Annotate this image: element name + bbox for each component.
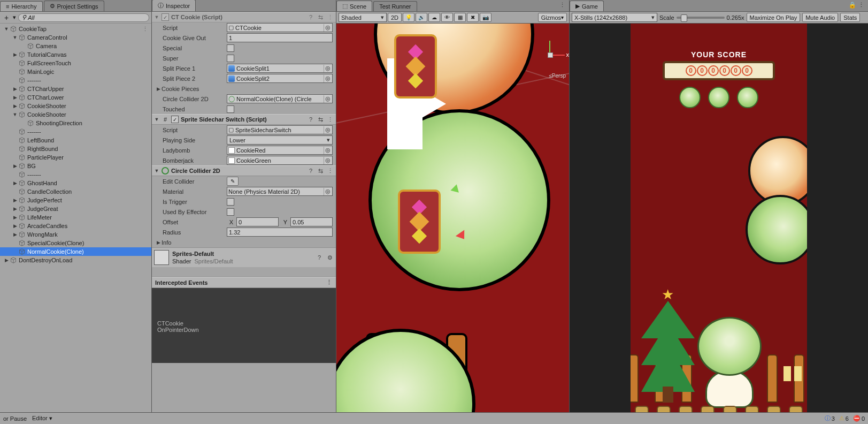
gear-icon[interactable]: ⚙: [326, 254, 334, 261]
create-button[interactable]: +: [2, 13, 11, 22]
foldout-icon[interactable]: ▶: [12, 52, 18, 57]
object-picker-icon[interactable]: ◎: [324, 65, 331, 72]
script-field[interactable]: ▢CTCookie◎: [227, 23, 333, 32]
material-header[interactable]: Sprites-Default Shader Sprites/Default ?…: [152, 247, 336, 267]
cookie-give-out-field[interactable]: 1: [227, 33, 333, 42]
offset-x-field[interactable]: 0: [236, 217, 279, 226]
foldout-icon[interactable]: ▶: [12, 163, 18, 169]
editor-dropdown[interactable]: Editor ▾: [32, 415, 52, 422]
object-picker-icon[interactable]: ◎: [324, 95, 331, 103]
foldout-icon[interactable]: ▶: [12, 103, 18, 109]
scene-viewport[interactable]: x ≤Persp: [336, 24, 569, 424]
foldout-icon[interactable]: ▶: [12, 95, 18, 100]
used-by-effector-checkbox[interactable]: [227, 208, 234, 216]
stats-toggle[interactable]: Stats: [840, 13, 860, 22]
foldout-icon[interactable]: ▶: [12, 232, 18, 237]
test-runner-tab[interactable]: Test Runner: [373, 1, 417, 11]
hierarchy-item[interactable]: ▶CookieShooter: [0, 102, 151, 110]
hierarchy-item[interactable]: LeftBound: [0, 136, 151, 145]
hierarchy-item[interactable]: ShootingDirection: [0, 119, 151, 127]
foldout-icon[interactable]: ▶: [12, 180, 18, 186]
offset-y-field[interactable]: 0.05: [290, 217, 333, 226]
hierarchy-item[interactable]: ParticlePlayer: [0, 153, 151, 162]
foldout-icon[interactable]: ▶: [155, 86, 162, 92]
super-checkbox[interactable]: [227, 55, 234, 62]
hierarchy-item[interactable]: ▶JudgeGreat: [0, 205, 151, 213]
preset-icon[interactable]: ⇆: [317, 168, 324, 175]
2d-toggle[interactable]: 2D: [388, 13, 402, 22]
preset-icon[interactable]: ⇆: [317, 14, 324, 21]
hierarchy-item[interactable]: ▼CameraControl: [0, 33, 151, 42]
panel-menu-icon[interactable]: ⋮: [857, 2, 865, 9]
hierarchy-item[interactable]: RightBound: [0, 145, 151, 153]
help-icon[interactable]: ?: [307, 14, 314, 20]
hierarchy-search-input[interactable]: ⚲ All: [18, 13, 149, 22]
foldout-icon[interactable]: ▼: [3, 26, 10, 32]
help-icon[interactable]: ?: [316, 254, 323, 261]
preset-icon[interactable]: ⇆: [317, 116, 324, 123]
foldout-icon[interactable]: ▼: [12, 112, 18, 117]
foldout-icon[interactable]: ▶: [12, 86, 18, 92]
game-viewport[interactable]: YOUR SCORE 000000 ★: [570, 24, 868, 424]
foldout-icon[interactable]: ▼: [154, 168, 159, 173]
hierarchy-item[interactable]: MainLogic: [0, 67, 151, 76]
draw-mode-dropdown[interactable]: Shaded: [339, 13, 387, 22]
hierarchy-item[interactable]: ▶CTCharUpper: [0, 85, 151, 93]
object-picker-icon[interactable]: ◎: [324, 24, 331, 32]
hierarchy-tab[interactable]: ≡ Hierarchy: [0, 1, 43, 11]
foldout-icon[interactable]: ▼: [154, 117, 159, 122]
object-picker-icon[interactable]: ◎: [324, 75, 331, 82]
warning-count[interactable]: ⚠6: [839, 415, 849, 422]
component-menu-icon[interactable]: ⋮: [326, 116, 334, 123]
playing-side-dropdown[interactable]: Lower: [227, 135, 333, 145]
help-icon[interactable]: ?: [307, 116, 314, 123]
lock-icon[interactable]: 🔒: [849, 2, 856, 9]
bomberjack-field[interactable]: CookieGreen◎: [227, 156, 333, 165]
game-tab[interactable]: ▶Game: [570, 1, 604, 11]
hierarchy-item[interactable]: SpecialCookie(Clone): [0, 239, 151, 247]
intercepted-events-header[interactable]: Intercepted Events ⋮: [152, 277, 336, 288]
radius-field[interactable]: 1.32: [227, 228, 333, 237]
maximize-on-play-toggle[interactable]: Maximize On Play: [747, 13, 801, 22]
mute-audio-toggle[interactable]: Mute Audio: [802, 13, 838, 22]
hierarchy-item[interactable]: ▶LifeMeter: [0, 213, 151, 222]
hierarchy-item[interactable]: ▶WrongMark: [0, 230, 151, 239]
hierarchy-item[interactable]: -------: [0, 76, 151, 85]
resolution-dropdown[interactable]: X-Stills (1242x2688): [572, 13, 657, 22]
projection-label[interactable]: ≤Persp: [549, 73, 566, 79]
hierarchy-item[interactable]: -------: [0, 127, 151, 136]
fx-toggle[interactable]: ☁: [428, 13, 440, 22]
object-picker-icon[interactable]: ◎: [324, 157, 331, 164]
touched-checkbox[interactable]: [227, 105, 234, 113]
hierarchy-item[interactable]: ▶TutorialCanvas: [0, 50, 151, 59]
hierarchy-item[interactable]: ▶DontDestroyOnLoad: [0, 256, 151, 264]
scene-tab[interactable]: ⬚Scene: [336, 1, 372, 11]
hierarchy-item[interactable]: CandleCollection: [0, 187, 151, 196]
error-count[interactable]: ⛔0: [853, 415, 865, 422]
foldout-icon[interactable]: ▼: [12, 35, 18, 40]
hierarchy-item[interactable]: ▼CookieShooter: [0, 110, 151, 119]
object-picker-icon[interactable]: ◎: [324, 147, 331, 154]
special-checkbox[interactable]: [227, 44, 234, 52]
circle-collider-ref-field[interactable]: ◯NormalCookie(Clone) (Circle◎: [227, 94, 333, 103]
gizmos-dropdown[interactable]: Gizmos ▾: [538, 13, 567, 22]
hierarchy-item[interactable]: ▶JudgePerfect: [0, 196, 151, 205]
foldout-icon[interactable]: ▶: [12, 215, 18, 220]
ladybomb-field[interactable]: CookieRed◎: [227, 146, 333, 155]
hierarchy-item[interactable]: NormalCookie(Clone): [0, 247, 151, 256]
pause-label[interactable]: or Pause: [3, 415, 27, 422]
object-picker-icon[interactable]: ◎: [324, 188, 331, 195]
panel-menu-icon[interactable]: ⋮: [325, 279, 333, 286]
split-piece-1-field[interactable]: CookieSplit1◎: [227, 64, 333, 73]
grid-toggle[interactable]: ▦: [454, 13, 466, 22]
is-trigger-checkbox[interactable]: [227, 198, 234, 206]
foldout-icon[interactable]: ▶: [155, 240, 162, 245]
camera-toggle[interactable]: 📷: [480, 13, 491, 22]
lighting-toggle[interactable]: 💡: [403, 13, 414, 22]
tools-toggle[interactable]: ✖: [467, 13, 479, 22]
context-menu-icon[interactable]: ⋮: [142, 26, 148, 33]
component-enable-toggle[interactable]: ✓: [171, 116, 179, 123]
hierarchy-item[interactable]: ▶ArcadeCandles: [0, 222, 151, 230]
hierarchy-tree[interactable]: ▼CookieTap⋮▼CameraControlCamera▶Tutorial…: [0, 24, 151, 424]
project-settings-tab[interactable]: ⚙ Project Settings: [44, 1, 104, 11]
